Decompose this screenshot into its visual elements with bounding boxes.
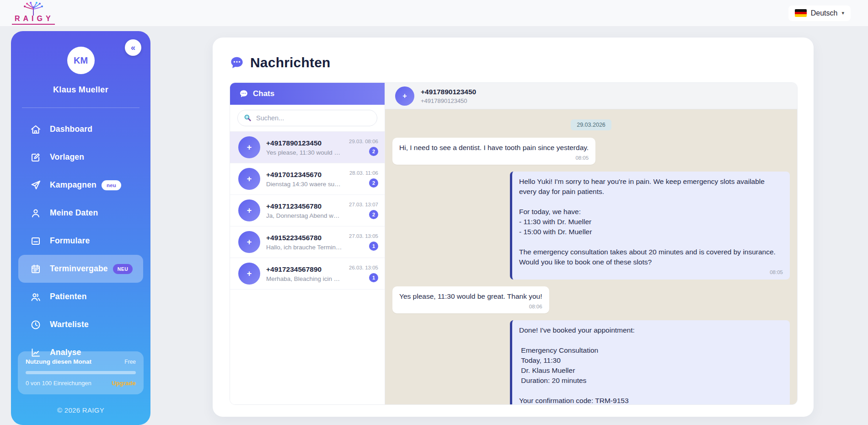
chat-avatar: +: [238, 168, 260, 190]
form-icon: [30, 236, 41, 247]
usage-progress-bar: [26, 371, 136, 374]
sidebar-nav-item[interactable]: Patienten: [11, 283, 150, 311]
chat-avatar: +: [238, 136, 260, 158]
user-icon: [30, 208, 41, 219]
sidebar-nav-item[interactable]: Formulare: [11, 227, 150, 255]
messages-panel: Chats + +4917890123450 Yes please, 11:30…: [230, 82, 798, 405]
main-content: Nachrichten Chats + +49178901: [213, 38, 814, 417]
sidebar-item-label: Kampagnen: [50, 180, 96, 190]
chat-list-header: Chats: [230, 83, 385, 105]
message-bubble: Yes please, 11:30 would be great. Thank …: [392, 286, 549, 313]
conversation-subtitle: +4917890123450: [421, 97, 476, 104]
conversation-header: + +4917890123450 +4917890123450: [385, 83, 797, 109]
sidebar-nav-item[interactable]: Vorlagen: [11, 143, 150, 171]
unread-badge: 2: [369, 210, 378, 219]
conversation-body: 29.03.2026 Hi, I need to see a dentist. …: [385, 109, 797, 404]
message-bubble: Hello Yuki! I'm sorry to hear you're in …: [510, 172, 790, 279]
search-row: [230, 105, 385, 132]
users-icon: [30, 291, 41, 302]
top-bar: RAIGY Deutsch ▾: [0, 0, 868, 27]
chat-avatar: +: [238, 263, 260, 285]
sidebar-item-label: Patienten: [50, 292, 87, 301]
chat-list-item[interactable]: + +4915223456780 Hallo, ich brauche Term…: [230, 226, 385, 258]
message-text: Hi, I need to see a dentist. I have toot…: [399, 144, 589, 151]
chat-avatar: +: [238, 231, 260, 253]
sidebar-nav: Dashboard Vorlagen Kampagnen neu Meine D…: [11, 115, 150, 366]
chat-name: +4917012345670: [266, 171, 347, 179]
chat-date: 26.03. 13:05: [349, 265, 378, 270]
sidebar-nav-item[interactable]: Kampagnen neu: [11, 171, 150, 199]
sidebar: « KM Klaus Mueller Dashboard Vorlagen Ka…: [11, 31, 150, 425]
brand-logo[interactable]: RAIGY: [12, 2, 55, 25]
chat-bubble-icon: [239, 89, 248, 98]
chat-name: +4917234567890: [266, 265, 346, 274]
nav-badge: neu: [102, 180, 121, 190]
chat-list-item[interactable]: + +4917012345670 Dienstag 14:30 waere su…: [230, 163, 385, 195]
sidebar-item-label: Vorlagen: [50, 152, 84, 162]
chat-list-item[interactable]: + +4917234567890 Merhaba, Bleaching icin…: [230, 258, 385, 290]
sidebar-collapse-button[interactable]: «: [125, 39, 141, 56]
message-text: Done! I've booked your appointment: Emer…: [519, 326, 764, 404]
message-bubble: Done! I've booked your appointment: Emer…: [510, 320, 790, 404]
send-icon: [30, 180, 41, 191]
chat-preview: Hallo, ich brauche Termin fu…: [266, 244, 343, 251]
sidebar-nav-item[interactable]: Meine Daten: [11, 199, 150, 227]
chat-date: 28.03. 11:06: [349, 170, 378, 176]
sidebar-nav-item[interactable]: Terminvergabe NEU: [18, 255, 143, 283]
conversation-title: +4917890123450: [421, 88, 476, 96]
chat-avatar: +: [238, 199, 260, 221]
message-bubble: Hi, I need to see a dentist. I have toot…: [392, 138, 595, 165]
chat-preview: Dienstag 14:30 waere super!: [266, 181, 343, 188]
usage-title: Nutzung diesen Monat: [26, 358, 91, 365]
divider: [22, 108, 139, 108]
chat-preview: Yes please, 11:30 would be g…: [266, 149, 343, 156]
message-text: Hello Yuki! I'm sorry to hear you're in …: [519, 178, 777, 266]
chat-name: +4917890123450: [266, 139, 346, 147]
nav-badge: NEU: [113, 264, 133, 274]
sidebar-nav-item[interactable]: Dashboard: [11, 115, 150, 143]
chat-name: +4915223456780: [266, 234, 346, 242]
language-label: Deutsch: [811, 9, 838, 17]
edit-icon: [30, 152, 41, 163]
upgrade-link[interactable]: Upgrade: [112, 380, 136, 387]
calendar-icon: [30, 264, 41, 274]
chat-date: 27.03. 13:07: [349, 202, 378, 207]
search-input[interactable]: [237, 110, 377, 126]
sidebar-item-label: Formulare: [50, 236, 90, 246]
language-selector[interactable]: Deutsch ▾: [788, 5, 851, 21]
chat-name: +4917123456780: [266, 202, 346, 210]
sidebar-item-label: Meine Daten: [50, 208, 98, 218]
unread-badge: 1: [369, 273, 378, 282]
sidebar-nav-item[interactable]: Warteliste: [11, 311, 150, 339]
chat-preview: Merhaba, Bleaching icin bir r…: [266, 275, 343, 282]
conversation-avatar: +: [395, 86, 414, 106]
unread-badge: 1: [369, 242, 378, 251]
chat-date: 29.03. 08:06: [349, 139, 378, 144]
chat-bubble-icon: [230, 55, 244, 70]
home-icon: [30, 124, 41, 135]
german-flag-icon: [795, 9, 807, 17]
chat-list: Chats + +4917890123450 Yes please, 11:30…: [230, 83, 385, 404]
sidebar-item-label: Terminvergabe: [50, 264, 108, 274]
brand-name: RAIGY: [12, 15, 55, 25]
date-separator: 29.03.2026: [571, 119, 611, 130]
chevron-down-icon: ▾: [841, 10, 844, 16]
conversation-panel: + +4917890123450 +4917890123450 29.03.20…: [385, 83, 797, 404]
chat-list-item[interactable]: + +4917123456780 Ja, Donnerstag Abend wa…: [230, 195, 385, 226]
unread-badge: 2: [369, 178, 378, 188]
unread-badge: 2: [369, 147, 378, 156]
copyright: © 2026 RAIGY: [11, 406, 150, 414]
chat-list-title: Chats: [253, 89, 274, 98]
plan-badge: Free: [124, 359, 136, 365]
avatar: KM: [67, 47, 95, 74]
search-icon: [243, 113, 252, 122]
chat-preview: Ja, Donnerstag Abend waere…: [266, 212, 343, 219]
message-text: Yes please, 11:30 would be great. Thank …: [399, 292, 542, 300]
page-title: Nachrichten: [250, 55, 331, 70]
clock-icon: [30, 319, 41, 330]
sidebar-item-label: Warteliste: [50, 320, 89, 329]
usage-panel: Nutzung diesen Monat Free 0 von 100 Einr…: [18, 351, 144, 394]
chat-list-item[interactable]: + +4917890123450 Yes please, 11:30 would…: [230, 132, 385, 163]
usage-count: 0 von 100 Einreichungen: [26, 380, 91, 387]
message-time: 08:05: [519, 269, 783, 276]
